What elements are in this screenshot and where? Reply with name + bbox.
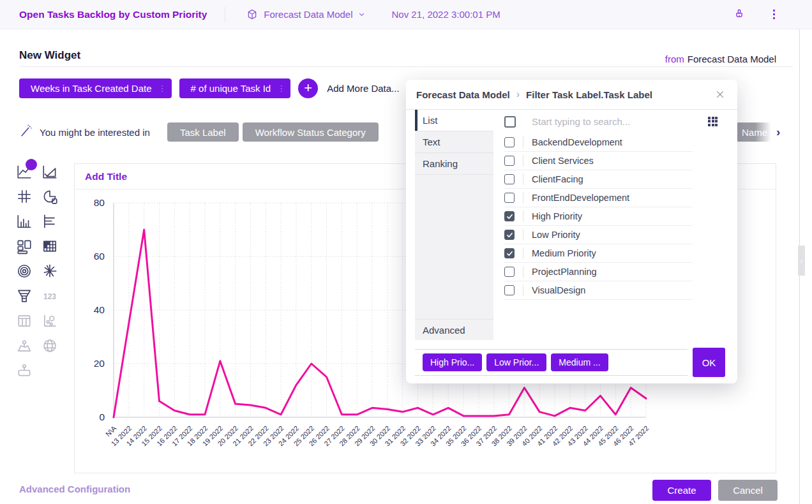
bar-chart-icon[interactable] — [41, 213, 58, 230]
from-model-name: Forecast Data Model — [688, 54, 776, 64]
filter-option-row[interactable]: ProjectPlanning — [504, 263, 693, 281]
tab-ranking[interactable]: Ranking — [415, 153, 493, 175]
filter-option-label: Medium Priority — [532, 248, 596, 258]
advanced-configuration-link[interactable]: Advanced Configuration — [19, 484, 130, 494]
suggestion-chip[interactable]: Workflow Status Category — [243, 122, 379, 142]
svg-text:20: 20 — [94, 358, 105, 369]
checkbox-checked[interactable] — [504, 211, 515, 221]
area-map-icon[interactable] — [16, 337, 33, 354]
page-title: New Widget — [19, 49, 80, 62]
timestamp[interactable]: Nov 21, 2022 3:00:01 PM — [392, 9, 500, 20]
svg-text:123: 123 — [43, 292, 56, 301]
line-chart-icon[interactable] — [16, 163, 33, 180]
data-model-selector[interactable]: Forecast Data Model — [246, 8, 365, 21]
suggestions-scroll-right-icon[interactable]: › — [776, 125, 780, 139]
breadcrumb-model[interactable]: Forecast Data Model — [416, 89, 510, 100]
suggestion-chips: Task LabelWorkflow Status Category — [167, 122, 382, 142]
tab-advanced[interactable]: Advanced — [415, 319, 493, 340]
svg-text:60: 60 — [94, 251, 105, 262]
data-model-cube-icon — [246, 8, 259, 21]
chart-type-rail: 123 — [16, 163, 58, 379]
checkbox-unchecked[interactable] — [504, 137, 515, 147]
row-divider — [523, 211, 523, 222]
add-data-button[interactable]: + — [298, 78, 318, 98]
svg-text:80: 80 — [94, 197, 105, 208]
box-whisker-icon[interactable] — [16, 362, 33, 379]
grid-view-icon[interactable] — [708, 117, 718, 127]
filter-option-label: FrontEndDevelopement — [532, 193, 629, 203]
widget-title-input[interactable]: Add Title — [85, 171, 127, 182]
sunburst-icon[interactable] — [41, 263, 58, 279]
filter-option-label: High Priority — [532, 211, 582, 221]
ok-button[interactable]: OK — [693, 348, 725, 377]
data-chip[interactable]: Weeks in Task Created Date⋮ — [19, 78, 172, 98]
row-divider — [523, 285, 523, 296]
select-all-checkbox[interactable] — [504, 116, 516, 128]
checkbox-checked[interactable] — [504, 248, 515, 258]
filter-option-label: Client Services — [532, 156, 594, 166]
row-divider — [523, 248, 523, 259]
globe-map-icon[interactable] — [41, 337, 58, 354]
checkbox-unchecked[interactable] — [504, 285, 515, 295]
row-divider — [523, 137, 523, 148]
filter-option-row[interactable]: ClientFacing — [504, 170, 693, 189]
checkbox-unchecked[interactable] — [504, 174, 515, 184]
scatter-chart-icon[interactable] — [41, 313, 58, 329]
filter-option-row[interactable]: Low Priority — [504, 226, 693, 244]
treemap-icon[interactable] — [16, 238, 33, 255]
tab-list[interactable]: List — [415, 110, 493, 131]
column-chart-icon[interactable] — [16, 213, 33, 230]
checkbox-checked[interactable] — [504, 230, 515, 240]
chevron-down-icon — [358, 11, 365, 18]
filter-dialog: Forecast Data Model › Filter Task Label.… — [406, 80, 737, 383]
cancel-button[interactable]: Cancel — [718, 480, 778, 501]
filter-option-row[interactable]: Medium Priority — [504, 244, 693, 263]
filter-option-row[interactable]: Client Services — [504, 152, 693, 170]
row-divider — [523, 229, 523, 241]
row-divider — [523, 192, 523, 204]
style-brush-icon[interactable] — [732, 7, 747, 22]
selected-filter-chips: High Prio...Low Prior...Medium ... — [415, 349, 688, 376]
search-input[interactable] — [532, 116, 708, 127]
checkbox-unchecked[interactable] — [504, 156, 515, 166]
funnel-icon[interactable] — [16, 288, 33, 304]
filter-option-label: ProjectPlanning — [532, 267, 597, 277]
area-chart-icon[interactable] — [41, 163, 58, 180]
filter-option-label: BackendDevelopment — [532, 137, 622, 147]
data-chip[interactable]: # of unique Task Id⋮ — [179, 78, 291, 98]
selected-filter-chip[interactable]: High Prio... — [423, 353, 482, 371]
suggestion-chip[interactable]: Task Label — [167, 122, 239, 142]
selected-filter-chip[interactable]: Low Prior... — [486, 353, 546, 371]
new-widget-screen: Open Tasks Backlog by Custom Priority Fo… — [0, 0, 812, 504]
column-table-icon[interactable] — [16, 313, 33, 329]
close-icon[interactable] — [713, 87, 727, 101]
heatmap-table-icon[interactable] — [41, 238, 58, 255]
filter-option-row[interactable]: High Priority — [504, 207, 693, 226]
suggestion-chip-partial[interactable]: Name — [735, 122, 771, 142]
add-more-data-label[interactable]: Add More Data... — [327, 83, 399, 94]
selected-filter-chip[interactable]: Medium ... — [551, 353, 608, 371]
tab-text[interactable]: Text — [415, 131, 493, 153]
filter-options-list: BackendDevelopmentClient ServicesClientF… — [504, 133, 693, 300]
pivot-grid-icon[interactable] — [16, 188, 33, 205]
breadcrumb-filter: Filter Task Label.Task Label — [526, 89, 652, 100]
title-divider — [19, 66, 793, 67]
kebab-menu-icon[interactable] — [766, 7, 781, 22]
polar-chart-icon[interactable] — [16, 263, 33, 279]
topbar: Open Tasks Backlog by Custom Priority Fo… — [0, 0, 812, 29]
filter-tabs: List Text Ranking Advanced — [415, 110, 493, 340]
indicator-123-icon[interactable]: 123 — [41, 288, 58, 304]
svg-text:40: 40 — [94, 304, 105, 315]
checkbox-unchecked[interactable] — [504, 193, 515, 203]
suggestions-label: You might be interested in — [40, 127, 150, 138]
from-word: from — [665, 54, 684, 64]
filter-option-row[interactable]: FrontEndDevelopement — [504, 189, 693, 207]
filter-option-row[interactable]: VisualDesign — [504, 281, 693, 300]
create-button[interactable]: Create — [652, 480, 711, 501]
checkbox-unchecked[interactable] — [504, 267, 515, 277]
filter-option-row[interactable]: BackendDevelopment — [504, 133, 693, 152]
filter-search-row — [493, 110, 737, 133]
right-panel-toggle[interactable]: › — [798, 246, 805, 276]
pie-chart-icon[interactable] — [41, 188, 58, 205]
filter-dialog-footer: High Prio...Low Prior...Medium ... OK — [415, 348, 725, 377]
